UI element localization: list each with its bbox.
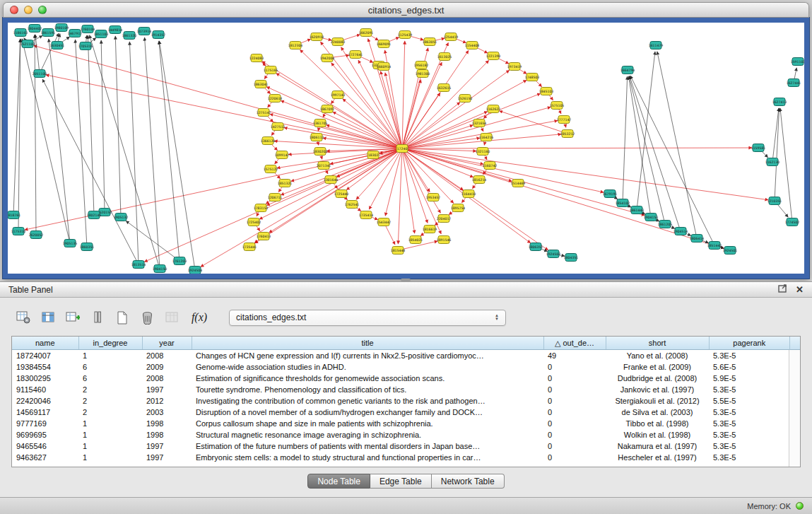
new-table-icon[interactable] [113,309,131,326]
tab-edge-table[interactable]: Edge Table [370,474,432,489]
table-mode-icon[interactable] [14,309,33,326]
memory-status-label: Memory: OK [747,502,791,510]
close-panel-icon[interactable]: ✕ [796,285,804,294]
svg-text:1816214: 1816214 [472,178,487,182]
svg-text:1904153: 1904153 [644,216,659,219]
create-column-icon[interactable] [64,309,82,326]
svg-text:1321654: 1321654 [472,122,487,125]
column-header-4[interactable]: △ out_de… [543,337,606,350]
svg-text:1806414: 1806414 [690,237,705,240]
column-header-0[interactable]: name [12,337,78,350]
svg-text:1725402: 1725402 [247,221,261,224]
table-row[interactable]: 1830029562008Estimation of significance … [12,373,789,384]
svg-text:1761203: 1761203 [172,259,187,263]
svg-text:1449814: 1449814 [108,28,123,32]
svg-text:1627441: 1627441 [787,81,801,85]
svg-text:1861591: 1861591 [41,31,56,35]
tab-network-table[interactable]: Network Table [432,474,505,489]
svg-text:1905132: 1905132 [114,216,129,219]
column-header-1[interactable]: in_degree [78,337,142,350]
scroll-corner [789,337,800,350]
show-columns-icon[interactable] [39,309,57,326]
table-row[interactable]: 1938455462009Genome-wide association stu… [12,361,789,373]
svg-text:1980109: 1980109 [54,26,69,30]
svg-text:1748503: 1748503 [525,76,540,79]
table-row[interactable]: 1872400712008Changes of HCN gene express… [12,350,789,362]
table-row[interactable]: 946362711997Embryonic stem cells: a mode… [12,452,789,463]
column-header-6[interactable]: pagerank [709,337,789,350]
svg-text:1627413: 1627413 [772,100,787,104]
svg-text:1997143: 1997143 [331,93,346,97]
svg-text:1125439: 1125439 [398,33,413,37]
svg-text:1735414: 1735414 [359,214,374,217]
delete-table-icon[interactable] [138,309,156,326]
svg-text:1813514: 1813514 [131,263,146,267]
svg-text:1818761: 1818761 [8,214,20,217]
svg-text:1162130: 1162130 [765,160,780,164]
svg-text:1620918: 1620918 [310,35,324,39]
svg-text:1956182: 1956182 [414,64,429,67]
svg-text:1904150: 1904150 [153,267,167,271]
table-selector-value: citations_edges.txt [236,313,306,322]
svg-text:1224083: 1224083 [249,57,264,60]
float-panel-icon[interactable] [778,284,787,295]
column-header-5[interactable]: short [606,337,709,350]
tab-node-table[interactable]: Node Table [307,474,370,489]
function-builder-icon[interactable]: f(x) [187,309,211,326]
import-table-icon[interactable] [163,309,181,326]
svg-text:1891546: 1891546 [437,238,452,242]
network-window-titlebar[interactable]: citations_edges.txt [3,2,809,18]
svg-text:1860351: 1860351 [80,245,95,249]
svg-text:1914357: 1914357 [151,33,166,37]
svg-text:1543447: 1543447 [377,221,392,224]
table-selector-dropdown[interactable]: citations_edges.txt ▲▼ [229,310,506,326]
svg-text:1815448: 1815448 [391,249,406,252]
table-row[interactable]: 2242004622012Investigating the contribut… [12,395,789,407]
svg-text:1275147: 1275147 [257,111,271,115]
svg-text:1526150: 1526150 [458,97,473,100]
svg-text:1867091: 1867091 [320,107,335,111]
column-icon[interactable] [88,309,107,326]
network-canvas-frame: 1724012240831175165186304112206181275147… [3,18,809,279]
svg-text:1467917: 1467917 [68,32,83,35]
table-row[interactable]: 1456911722003Disruption of a novel membe… [12,407,789,418]
table-body: 1872400712008Changes of HCN gene express… [12,350,789,464]
svg-text:1575105: 1575105 [550,104,565,107]
svg-text:1206711: 1206711 [268,196,283,199]
table-row[interactable]: 911546021997Tourette syndrome. Phenomeno… [12,384,789,395]
network-graph[interactable]: 1724012240831175165186304112206181275147… [8,23,804,274]
svg-text:1895754: 1895754 [451,206,466,210]
table-row[interactable]: 977716911998Corpus callosum shape and si… [12,418,789,429]
table-scrollbar[interactable] [789,350,800,467]
svg-text:2071341: 2071341 [317,164,331,168]
svg-text:1514469: 1514469 [511,182,526,185]
table-panel: Table Panel ✕ f(x) [0,281,812,497]
svg-text:1221390: 1221390 [486,54,501,58]
close-window-button[interactable] [10,6,18,14]
svg-text:1774502: 1774502 [785,221,800,224]
svg-text:1591103: 1591103 [791,60,804,64]
memory-indicator-icon [796,502,804,510]
svg-text:1777147: 1777147 [557,118,572,122]
svg-text:1861320: 1861320 [122,34,137,37]
table-row[interactable]: 969969511998Structural magnetic resonanc… [12,429,789,440]
svg-text:1630451: 1630451 [50,44,65,47]
zoom-window-button[interactable] [38,6,47,14]
table-row[interactable]: 946554611997Estimation of the future num… [12,440,789,452]
svg-text:1727641: 1727641 [348,53,363,57]
svg-text:2240083: 2240083 [331,40,346,44]
svg-text:1762541: 1762541 [345,203,360,206]
svg-text:1164216: 1164216 [479,136,494,139]
svg-text:1679191: 1679191 [603,192,618,196]
svg-text:1611479: 1611479 [649,44,664,47]
column-header-3[interactable]: title [192,337,543,350]
svg-text:1662091: 1662091 [359,31,374,35]
column-header-2[interactable]: year [142,337,192,350]
svg-text:1804351: 1804351 [564,256,579,259]
minimize-window-button[interactable] [24,6,33,14]
svg-text:1806112: 1806112 [310,136,324,139]
svg-text:1613025: 1613025 [437,55,452,59]
svg-text:1575122: 1575122 [264,168,278,171]
svg-text:1924502: 1924502 [546,252,561,256]
svg-text:1669091: 1669091 [377,42,392,46]
